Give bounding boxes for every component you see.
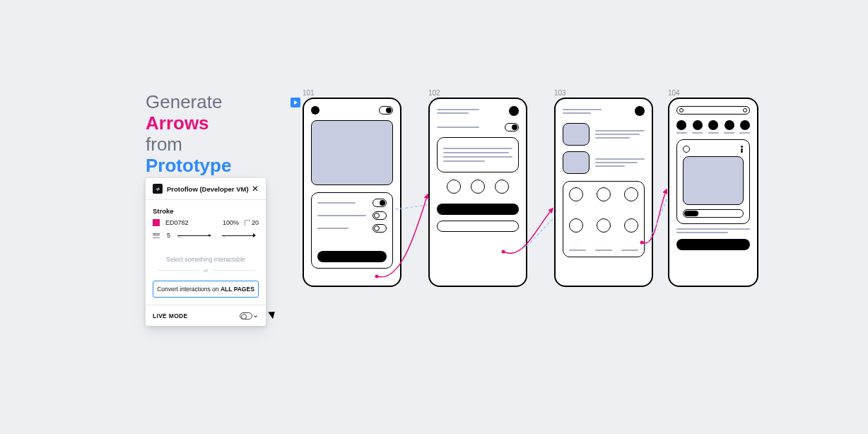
start-cap-select[interactable]: ⌄ [177,232,215,239]
circle-option[interactable] [447,180,461,194]
headline-word-2: Arrows [146,113,231,134]
grid-item[interactable] [624,218,638,233]
bottom-card [311,192,393,269]
hex-value[interactable]: ED0782 [165,219,189,226]
frame-104[interactable] [668,98,758,287]
toggle[interactable] [379,106,393,115]
toggle[interactable] [505,123,519,131]
stroke-thickness-row: 5 ⌄ ⌄ [146,232,266,246]
plugin-panel: ‹/› Protoflow (Developer VM) ✕ Stroke ED… [146,178,266,326]
end-cap-select[interactable]: ⌄ [222,232,259,239]
circle-option[interactable] [471,180,485,194]
headline-word-4: Prototype [146,156,231,177]
plugin-icon: ‹/› [153,184,163,194]
status-dot [311,106,319,115]
live-mode-label: LIVE MODE [153,312,240,319]
thumb [563,151,590,174]
text-card [437,137,519,172]
mouse-cursor [268,309,277,319]
stroke-color-row: ED0782 100% 20 [146,219,266,232]
corner-radius-icon [245,220,250,225]
opacity-value[interactable]: 100% [223,219,239,226]
frame-label-101: 101 [303,89,315,97]
convert-all-pages-button[interactable]: Convert interactions on ALL PAGES [153,281,259,298]
frame-103[interactable] [554,98,653,287]
thumb [563,123,590,146]
headline: Generate Arrows from Prototype [146,92,231,177]
header-bar [676,106,750,115]
slider[interactable] [683,209,744,218]
prototype-start-badge[interactable] [291,98,300,107]
collapse-icon[interactable]: ⌄ [252,310,259,319]
grid-item[interactable] [624,187,638,201]
frame-label-103: 103 [554,89,566,97]
grid-item[interactable] [597,218,611,233]
grid-card [563,181,645,257]
or-divider: or [146,267,266,281]
panel-footer: LIVE MODE ⌄ [146,305,266,326]
live-mode-toggle[interactable] [240,312,252,319]
avatar-dot [509,106,519,116]
toggle[interactable] [373,211,387,220]
primary-button[interactable] [317,251,387,262]
grid-item[interactable] [597,187,611,201]
frame-label-104: 104 [668,89,680,97]
frame-101[interactable] [303,98,401,287]
color-swatch[interactable] [153,219,160,226]
stroke-weight-icon [153,233,160,238]
primary-button[interactable] [676,239,750,250]
secondary-button[interactable] [437,221,519,232]
stroke-section-label: Stroke [146,200,266,219]
post-card [676,139,750,224]
image-placeholder [311,120,393,185]
primary-button[interactable] [437,204,519,215]
avatar-dot [635,106,645,116]
headline-word-3: from [146,134,231,156]
toggle[interactable] [373,224,387,233]
headline-word-1: Generate [146,92,231,113]
panel-title: Protoflow (Developer VM) [167,185,252,193]
grid-item[interactable] [569,187,583,201]
frame-label-102: 102 [428,89,440,97]
stroke-weight-value[interactable]: 5 [167,232,170,239]
circle-option[interactable] [495,180,509,194]
panel-header: ‹/› Protoflow (Developer VM) ✕ [146,178,266,200]
selection-hint: Select something interactable [146,246,266,267]
grid-item[interactable] [569,218,583,233]
frame-102[interactable] [428,98,527,287]
toggle[interactable] [373,199,387,207]
corner-radius-input[interactable]: 20 [245,219,259,226]
close-icon[interactable]: ✕ [252,184,259,194]
